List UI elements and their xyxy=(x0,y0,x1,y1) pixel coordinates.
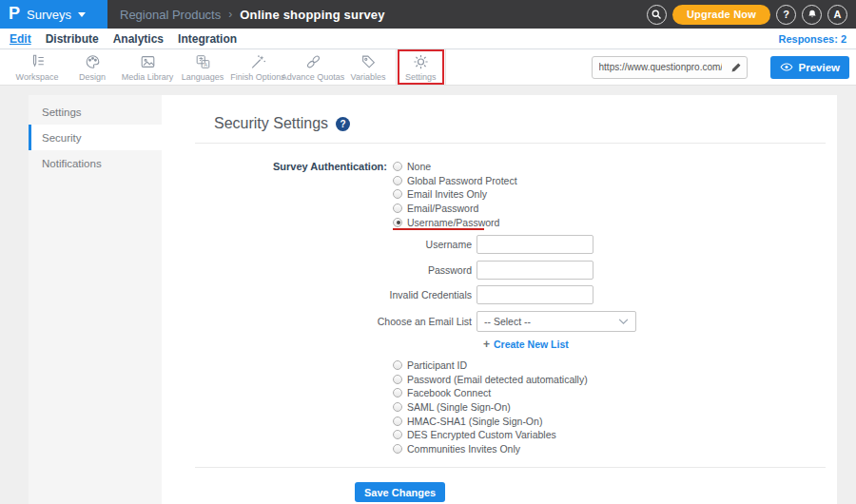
toolbar-item-media-library[interactable]: Media Library xyxy=(120,53,175,82)
page-title: Security Settings xyxy=(214,115,328,132)
password-field[interactable] xyxy=(477,261,593,280)
radio-icon xyxy=(393,162,402,171)
breadcrumb: Regional Products › Online shopping surv… xyxy=(120,0,385,29)
search-icon xyxy=(651,9,662,20)
radio-option-global-password[interactable]: Global Password Protect xyxy=(393,174,517,188)
breadcrumb-folder[interactable]: Regional Products xyxy=(120,8,221,22)
invalid-credentials-row: Invalid Credentials xyxy=(162,285,837,304)
red-underline-annotation xyxy=(393,228,484,231)
radio-icon xyxy=(393,430,402,439)
sidebar-item-security[interactable]: Security xyxy=(29,125,162,150)
bell-icon xyxy=(807,9,818,20)
chevron-down-icon xyxy=(618,316,629,327)
survey-url-input[interactable] xyxy=(593,62,726,72)
radio-option-username-password[interactable]: Username/Password xyxy=(393,215,517,229)
survey-nav: Edit Distribute Analytics Integration Re… xyxy=(0,29,856,49)
radio-option-communities-invites[interactable]: Communities Invites Only xyxy=(393,442,837,456)
radio-icon xyxy=(393,176,402,185)
radio-option-none[interactable]: None xyxy=(393,160,517,174)
tab-integration[interactable]: Integration xyxy=(178,31,237,46)
radio-icon xyxy=(393,360,402,370)
sidebar-item-notifications[interactable]: Notifications xyxy=(29,150,162,176)
divider xyxy=(195,467,826,468)
radio-option-saml[interactable]: SAML (Single Sign-On) xyxy=(393,400,837,415)
notifications-button[interactable] xyxy=(802,5,822,25)
radio-option-password-email-detected[interactable]: Password (Email detected automatically) xyxy=(393,373,837,387)
eye-icon xyxy=(780,62,793,72)
settings-highlight-annotation: Settings xyxy=(398,49,444,85)
toolbar-item-settings[interactable]: Settings xyxy=(396,49,446,85)
divider xyxy=(195,143,826,144)
username-field[interactable] xyxy=(477,235,593,254)
radio-icon xyxy=(393,402,402,412)
workspace-icon xyxy=(29,53,47,70)
invalid-credentials-field[interactable] xyxy=(477,285,593,304)
tab-distribute[interactable]: Distribute xyxy=(46,31,99,46)
toolbar-right: Preview xyxy=(592,56,856,79)
security-settings-panel: Security Settings ? Survey Authenticatio… xyxy=(162,95,837,504)
radio-option-hmac-sha1[interactable]: HMAC-SHA1 (Single Sign-On) xyxy=(393,414,837,428)
svg-text:A: A xyxy=(204,61,207,67)
survey-title: Online shopping survey xyxy=(240,8,384,22)
panel-title-row: Security Settings ? xyxy=(214,115,837,132)
radio-icon xyxy=(393,375,402,384)
tab-edit[interactable]: Edit xyxy=(10,31,31,46)
survey-authentication-row: Survey Authentication: None Global Passw… xyxy=(162,160,837,229)
toolbar-item-languages[interactable]: A Languages xyxy=(175,53,230,82)
create-new-list-link[interactable]: + Create New List xyxy=(483,339,837,350)
save-changes-button[interactable]: Save Changes xyxy=(355,482,445,502)
radio-icon xyxy=(393,204,402,213)
toolbar-item-variables[interactable]: Variables xyxy=(340,53,396,82)
preview-button[interactable]: Preview xyxy=(770,56,849,79)
chevron-down-icon xyxy=(78,12,86,17)
toolbar-item-finish-options[interactable]: Finish Options xyxy=(230,53,285,82)
toolbar-item-design[interactable]: Design xyxy=(65,53,120,82)
auth-options-top: None Global Password Protect Email Invit… xyxy=(393,160,517,229)
surveys-menu[interactable]: P Surveys xyxy=(0,0,107,29)
radio-option-participant-id[interactable]: Participant ID xyxy=(393,359,837,373)
questionpro-logo: P xyxy=(9,5,20,22)
search-button[interactable] xyxy=(647,5,667,25)
sidebar-item-settings[interactable]: Settings xyxy=(29,99,162,125)
settings-sidebar: Settings Security Notifications xyxy=(29,95,162,504)
responses-link[interactable]: Responses: 2 xyxy=(778,33,846,45)
username-label: Username xyxy=(162,239,477,250)
variables-icon xyxy=(360,53,378,70)
email-list-select[interactable]: -- Select -- xyxy=(477,311,636,332)
advance-quotas-icon xyxy=(304,53,322,70)
toolbar-item-workspace[interactable]: Workspace xyxy=(10,53,65,82)
help-button[interactable]: ? xyxy=(776,5,796,25)
radio-icon xyxy=(393,417,402,426)
radio-icon xyxy=(393,388,402,397)
top-bar: P Surveys Regional Products › Online sho… xyxy=(0,0,856,29)
password-label: Password xyxy=(162,264,477,276)
edit-toolbar: Workspace Design Media Library A Languag… xyxy=(0,49,856,86)
username-row: Username xyxy=(162,235,837,254)
toolbar-item-advance-quotas[interactable]: Advance Quotas xyxy=(285,53,340,82)
radio-icon xyxy=(393,189,402,199)
breadcrumb-separator: › xyxy=(228,8,232,21)
radio-icon xyxy=(393,444,402,454)
radio-option-des-encrypted[interactable]: DES Encrypted Custom Variables xyxy=(393,428,837,442)
tab-analytics[interactable]: Analytics xyxy=(113,31,164,46)
radio-option-facebook-connect[interactable]: Facebook Connect xyxy=(393,386,837,400)
preview-label: Preview xyxy=(799,62,840,73)
radio-option-email-invites[interactable]: Email Invites Only xyxy=(393,187,517,202)
account-avatar[interactable]: A xyxy=(827,5,847,25)
top-bar-actions: Upgrade Now ? A xyxy=(647,0,856,29)
content-area: Settings Security Notifications Security… xyxy=(0,86,856,504)
email-list-label: Choose an Email List xyxy=(162,316,477,327)
pencil-icon xyxy=(730,62,742,73)
radio-option-email-password[interactable]: Email/Password xyxy=(393,202,517,216)
design-icon xyxy=(84,53,102,70)
invalid-credentials-label: Invalid Credentials xyxy=(162,289,477,300)
upgrade-now-button[interactable]: Upgrade Now xyxy=(672,5,770,25)
settings-icon xyxy=(412,53,430,70)
auth-options-bottom: Participant ID Password (Email detected … xyxy=(393,359,837,456)
help-icon[interactable]: ? xyxy=(336,117,350,131)
media-library-icon xyxy=(139,53,157,70)
edit-url-button[interactable] xyxy=(726,57,747,78)
email-list-row: Choose an Email List -- Select -- xyxy=(162,311,837,332)
languages-icon: A xyxy=(194,53,212,70)
radio-icon-selected xyxy=(393,218,402,227)
